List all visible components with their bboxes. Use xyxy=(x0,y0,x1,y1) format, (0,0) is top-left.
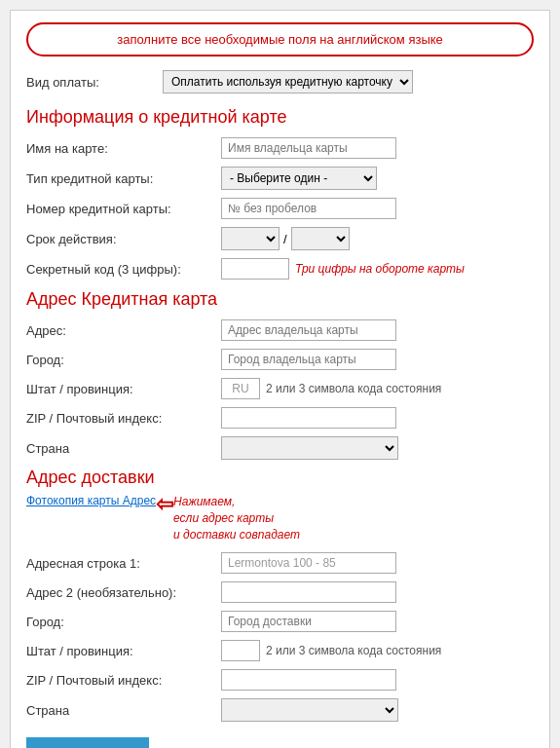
delivery-country-select[interactable] xyxy=(221,698,398,722)
delivery-zip-label: ZIP / Почтовый индекс: xyxy=(26,673,221,688)
cvv-input[interactable] xyxy=(221,258,289,280)
billing-country-label: Страна xyxy=(26,441,221,456)
card-name-input[interactable] xyxy=(221,137,396,159)
delivery-zip-input[interactable] xyxy=(221,669,396,691)
payment-select[interactable]: Оплатить используя кредитную карточку xyxy=(163,70,413,94)
billing-state-label: Штат / провинция: xyxy=(26,382,221,396)
billing-zip-input[interactable] xyxy=(221,407,396,429)
delivery-state-label: Штат / провинция: xyxy=(26,644,221,658)
delivery-state-hint: 2 или 3 символа кода состояния xyxy=(266,644,441,657)
continue-arrow-icon: ⇦ xyxy=(159,743,176,748)
expiry-year-select[interactable] xyxy=(291,227,350,250)
expiry-month-select[interactable] xyxy=(221,227,280,250)
credit-card-section-title: Информация о кредитной карте xyxy=(26,107,534,128)
cvv-label: Секретный код (3 цифры): xyxy=(26,262,221,277)
delivery-address2-input[interactable] xyxy=(221,581,396,603)
expiry-label: Срок действия: xyxy=(26,232,221,246)
continue-button[interactable]: CONTINUE xyxy=(26,737,149,748)
copy-address-link[interactable]: Фотокопия карты Адрес xyxy=(26,494,156,507)
card-name-label: Имя на карте: xyxy=(26,141,221,156)
expiry-separator: / xyxy=(283,232,287,246)
delivery-country-label: Страна xyxy=(26,703,221,718)
delivery-city-label: Город: xyxy=(26,615,221,629)
left-arrow-icon: ⇦ xyxy=(156,492,173,517)
billing-state-input[interactable] xyxy=(221,378,260,399)
billing-section-title: Адрес Кредитная карта xyxy=(26,289,534,310)
billing-address-input[interactable] xyxy=(221,319,396,341)
delivery-section-title: Адрес доставки xyxy=(26,468,155,488)
delivery-address2-label: Адрес 2 (необязательно): xyxy=(26,585,221,600)
card-number-label: Номер кредитной карты: xyxy=(26,202,221,216)
cvv-hint: Три цифры на обороте карты xyxy=(295,262,465,276)
delivery-address1-label: Адресная строка 1: xyxy=(26,556,221,571)
billing-zip-label: ZIP / Почтовый индекс: xyxy=(26,411,221,426)
billing-state-hint: 2 или 3 символа кода состояния xyxy=(266,382,441,395)
delivery-city-input[interactable] xyxy=(221,611,396,632)
copy-annotation: Нажимаем,если адрес картыи доставки совп… xyxy=(173,494,300,542)
billing-country-select[interactable] xyxy=(221,436,398,460)
card-number-input[interactable] xyxy=(221,198,396,219)
billing-city-input[interactable] xyxy=(221,349,396,370)
billing-address-label: Адрес: xyxy=(26,323,221,338)
delivery-address1-input[interactable] xyxy=(221,552,396,574)
delivery-state-input[interactable] xyxy=(221,640,260,661)
notice-box: заполните все необходимые поля на англий… xyxy=(26,22,534,56)
billing-city-label: Город: xyxy=(26,353,221,367)
card-type-label: Тип кредитной карты: xyxy=(26,171,221,186)
payment-label: Вид оплаты: xyxy=(26,75,163,90)
card-type-select[interactable]: - Выберите один - xyxy=(221,167,377,190)
